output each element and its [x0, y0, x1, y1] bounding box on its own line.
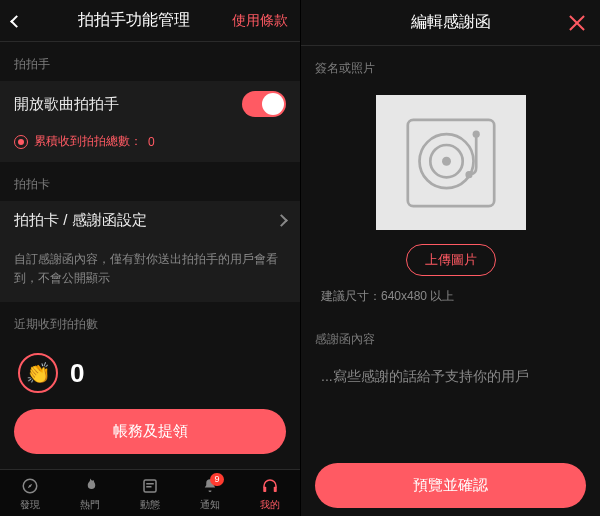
recent-count-row: 👏 0	[0, 341, 300, 409]
svg-point-10	[472, 130, 479, 137]
claim-button[interactable]: 帳務及提領	[14, 409, 286, 454]
back-button[interactable]	[12, 12, 36, 30]
header: 編輯感謝函	[301, 0, 600, 46]
recent-count: 0	[70, 358, 84, 389]
svg-rect-4	[263, 487, 266, 492]
record-icon	[406, 118, 496, 208]
section-label-content: 感謝函內容	[301, 317, 600, 356]
tab-bar: 發現 熱門 動態 9 通知 我的	[0, 469, 300, 516]
clap-total-value: 0	[148, 135, 155, 149]
tab-feed[interactable]: 動態	[120, 476, 180, 512]
tab-mine[interactable]: 我的	[240, 476, 300, 512]
flame-icon	[81, 476, 99, 496]
svg-point-11	[465, 171, 472, 178]
svg-point-9	[442, 156, 451, 165]
card-settings-label: 拍拍卡 / 感謝函設定	[14, 211, 147, 230]
size-hint: 建議尺寸：640x480 以上	[301, 286, 600, 317]
chevron-left-icon	[10, 15, 23, 28]
header: 拍拍手功能管理 使用條款	[0, 0, 300, 42]
open-clap-label: 開放歌曲拍拍手	[14, 95, 119, 114]
chevron-right-icon	[275, 214, 288, 227]
close-button[interactable]	[568, 14, 586, 32]
feed-icon	[141, 476, 159, 496]
clap-total-label: 累積收到拍拍總數：	[34, 133, 142, 150]
svg-rect-5	[274, 487, 277, 492]
tab-discover[interactable]: 發現	[0, 476, 60, 512]
radio-icon	[14, 135, 28, 149]
open-clap-toggle[interactable]	[242, 91, 286, 117]
card-settings-desc: 自訂感謝函內容，僅有對你送出拍拍手的用戶會看到，不會公開顯示	[0, 240, 300, 302]
clap-icon: 👏	[18, 353, 58, 393]
page-title: 拍拍手功能管理	[36, 10, 232, 31]
svg-rect-3	[146, 486, 151, 488]
confirm-button[interactable]: 預覽並確認	[315, 463, 586, 508]
tab-hot[interactable]: 熱門	[60, 476, 120, 512]
terms-link[interactable]: 使用條款	[232, 12, 288, 30]
section-label-signature: 簽名或照片	[301, 46, 600, 85]
svg-rect-2	[146, 483, 154, 485]
clap-total-row: 累積收到拍拍總數： 0	[0, 127, 300, 162]
headphones-icon	[261, 476, 279, 496]
compass-icon	[21, 476, 39, 496]
upload-button[interactable]: 上傳圖片	[406, 244, 496, 276]
settings-screen: 拍拍手功能管理 使用條款 拍拍手 開放歌曲拍拍手 累積收到拍拍總數： 0 拍拍卡…	[0, 0, 300, 516]
edit-screen: 編輯感謝函 簽名或照片 上傳圖片 建議尺寸：640x480 以上 感謝函內容 .…	[300, 0, 600, 516]
card-settings-row[interactable]: 拍拍卡 / 感謝函設定	[0, 201, 300, 240]
notify-badge: 9	[210, 473, 224, 486]
content-textarea[interactable]: ...寫些感謝的話給予支持你的用戶	[317, 358, 584, 396]
section-label-clap: 拍拍手	[0, 42, 300, 81]
section-label-card: 拍拍卡	[0, 162, 300, 201]
page-title: 編輯感謝函	[333, 12, 568, 33]
open-clap-row: 開放歌曲拍拍手	[0, 81, 300, 127]
image-preview	[376, 95, 526, 230]
section-label-recent: 近期收到拍拍數	[0, 302, 300, 341]
tab-notify[interactable]: 9 通知	[180, 476, 240, 512]
